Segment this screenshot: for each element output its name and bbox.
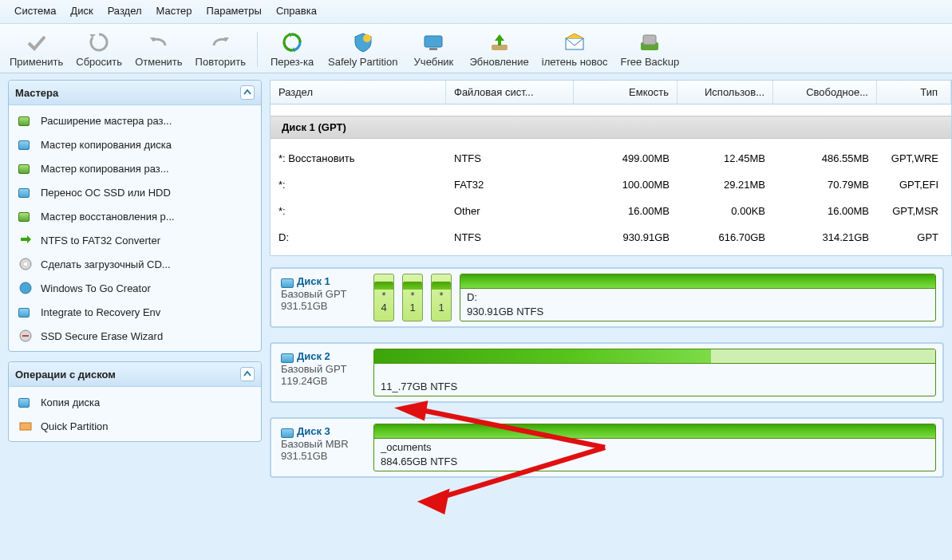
wizard-recovery[interactable]: Мастер восстановления р... <box>10 204 259 228</box>
disk2-bar[interactable]: Диск 2 Базовый GPT 119.24GB 11_.77GB NTF… <box>270 342 944 403</box>
menu-disk[interactable]: Диск <box>70 5 93 17</box>
cell-type: GPT,EFI <box>877 175 951 194</box>
integrate-icon <box>18 305 33 319</box>
svg-point-0 <box>363 34 371 42</box>
op-copy-disk[interactable]: Копия диска <box>10 390 259 414</box>
main-area: Мастера Расширение мастера раз... Мастер… <box>0 73 952 478</box>
main-partition[interactable]: 11_.77GB NTFS <box>373 349 936 396</box>
cell-partition: D: <box>271 228 446 246</box>
col-type[interactable]: Тип <box>877 81 951 104</box>
wizard-integrate-recovery[interactable]: Integrate to Recovery Env <box>10 300 259 324</box>
disk-ops-list: Копия диска Quick Partition <box>9 387 261 441</box>
menu-system[interactable]: Система <box>14 5 56 17</box>
tutorial-button[interactable]: Учебник <box>404 29 463 69</box>
main-partition[interactable]: _ocuments 884.65GB NTFS <box>373 424 936 471</box>
disk-size: 931.51GB <box>281 300 362 312</box>
col-filesystem[interactable]: Файловая сист... <box>446 81 574 104</box>
wizard-label: Integrate to Recovery Env <box>41 306 160 318</box>
reload-icon <box>280 30 304 54</box>
wizard-copy-partition[interactable]: Мастер копирования раз... <box>10 156 259 180</box>
svg-rect-11 <box>20 423 31 430</box>
wizards-title: Мастера <box>15 87 58 99</box>
safely-partition-button[interactable]: Safely Partition <box>322 29 404 69</box>
svg-rect-3 <box>492 45 508 50</box>
menu-options[interactable]: Параметры <box>207 5 262 17</box>
small-partition[interactable]: *4 <box>373 274 394 321</box>
redo-button[interactable]: Повторить <box>189 29 252 69</box>
undo-icon <box>147 30 171 54</box>
disk1-bar[interactable]: Диск 1 Базовый GPT 931.51GB *4 *1 *1 D: … <box>270 267 944 328</box>
col-capacity[interactable]: Емкость <box>574 81 677 104</box>
cell-cap: 100.00MB <box>574 175 677 194</box>
cell-type: GPT,WRE <box>877 149 951 168</box>
wizard-extend[interactable]: Расширение мастера раз... <box>10 108 259 132</box>
reload-button[interactable]: Перез-ка <box>263 29 322 69</box>
disk-green-icon <box>18 113 33 128</box>
toolbar-label: Free Backup <box>621 56 680 68</box>
undo-button[interactable]: Отменить <box>128 29 188 69</box>
wizards-panel: Мастера Расширение мастера раз... Мастер… <box>8 80 262 352</box>
wizard-label: Расширение мастера раз... <box>41 115 172 127</box>
disk3-bar[interactable]: Диск 3 Базовый MBR 931.51GB _ocuments 88… <box>270 417 944 478</box>
cell-partition: *: Восстановить <box>271 149 446 168</box>
toolbar-label: Учебник <box>414 56 454 68</box>
disk-type: Базовый GPT <box>281 363 362 375</box>
wizard-label: NTFS to FAT32 Converter <box>41 235 160 246</box>
disk-icon <box>281 278 294 288</box>
chevron-up-icon[interactable] <box>240 367 255 381</box>
col-used[interactable]: Использов... <box>677 81 773 104</box>
small-partition[interactable]: *1 <box>402 274 423 321</box>
wizard-ssd-erase[interactable]: SSD Secure Erase Wizard <box>10 324 259 348</box>
disk1-header[interactable]: Диск 1 (GPT) <box>271 116 951 139</box>
col-partition[interactable]: Раздел <box>271 81 446 104</box>
table-row[interactable]: *: ВосстановитьNTFS499.00MB12.45MB486.55… <box>271 145 951 172</box>
table-row[interactable]: D:NTFS930.91GB616.70GB314.21GBGPT <box>271 224 951 250</box>
upload-icon <box>488 30 512 54</box>
menu-partition[interactable]: Раздел <box>108 5 142 17</box>
col-free[interactable]: Свободное... <box>773 81 877 104</box>
partition-sub: 11_.77GB NTFS <box>374 381 935 396</box>
partition-sub: 930.91GB NTFS <box>460 306 935 321</box>
svg-point-9 <box>20 282 31 294</box>
backup-icon <box>638 30 662 54</box>
cell-cap: 499.00MB <box>574 149 677 168</box>
sidebar: Мастера Расширение мастера раз... Мастер… <box>8 80 262 478</box>
newsletter-button[interactable]: ілетень новос <box>535 29 614 69</box>
partition-label: _ocuments <box>374 439 935 455</box>
cell-fs: FAT32 <box>446 175 574 194</box>
disk-name: Диск 2 <box>297 350 330 362</box>
wizards-panel-header[interactable]: Мастера <box>9 81 261 105</box>
wizards-list: Расширение мастера раз... Мастер копиров… <box>9 105 261 351</box>
main-partition[interactable]: D: 930.91GB NTFS <box>460 274 936 321</box>
toolbar-separator <box>257 32 258 67</box>
table-row[interactable]: *:FAT32100.00MB29.21MB70.79MBGPT,EFI <box>271 172 951 198</box>
menu-wizard[interactable]: Мастер <box>156 5 192 17</box>
small-partition[interactable]: *1 <box>431 274 452 321</box>
reset-button[interactable]: Сбросить <box>69 29 128 69</box>
table-row[interactable]: *:Other16.00MB0.00KB16.00MBGPT,MSR <box>271 198 951 224</box>
disk-ops-header[interactable]: Операции с диском <box>9 362 261 387</box>
wizard-ntfs-fat32[interactable]: NTFS to FAT32 Converter <box>10 228 259 252</box>
wizard-label: Мастер копирования диска <box>41 139 172 151</box>
apply-button[interactable]: Применить <box>3 29 69 69</box>
migrate-icon <box>18 185 33 199</box>
svg-rect-2 <box>429 48 437 50</box>
cell-type: GPT <box>877 228 951 246</box>
chevron-up-icon[interactable] <box>240 85 255 100</box>
wizard-bootable-cd[interactable]: Сделать загрузочный CD... <box>10 252 259 276</box>
wizard-migrate-os[interactable]: Перенос ОС SSD или HDD <box>10 180 259 204</box>
partition-table-header: Раздел Файловая сист... Емкость Использо… <box>270 80 952 105</box>
menu-help[interactable]: Справка <box>276 5 317 17</box>
op-quick-partition[interactable]: Quick Partition <box>10 414 259 438</box>
cell-fs: Other <box>446 202 574 220</box>
toolbar-label: ілетень новос <box>542 56 608 68</box>
wizard-copy-disk[interactable]: Мастер копирования диска <box>10 132 259 156</box>
toolbar: Применить Сбросить Отменить Повторить Пе… <box>0 24 952 73</box>
update-button[interactable]: Эбновление <box>463 29 535 69</box>
wizard-windows-to-go[interactable]: Windows To Go Creator <box>10 276 259 300</box>
op-label: Quick Partition <box>41 420 109 432</box>
disk-name: Диск 3 <box>297 425 330 437</box>
free-backup-button[interactable]: Free Backup <box>614 29 686 69</box>
quick-partition-icon <box>18 419 33 433</box>
cell-used: 29.21MB <box>677 175 773 194</box>
